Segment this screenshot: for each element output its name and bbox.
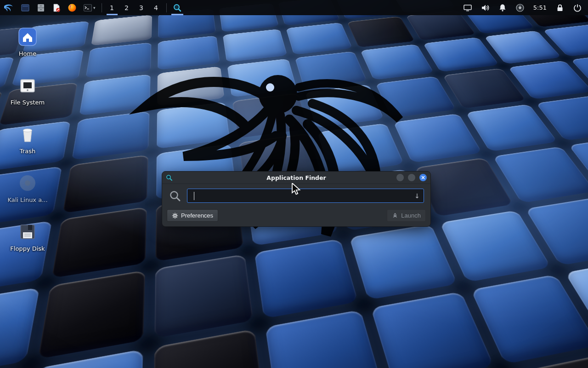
panel-separator bbox=[166, 3, 167, 12]
dialog-title: Application Finder bbox=[162, 174, 430, 181]
floppy-disk-icon bbox=[17, 221, 39, 243]
wallpaper-cube bbox=[286, 23, 352, 55]
desktop-icon-label: Kali Linux a... bbox=[7, 196, 47, 203]
clock[interactable]: 5:51 bbox=[530, 4, 550, 11]
wallpaper-cube bbox=[317, 123, 404, 175]
wallpaper-cube bbox=[72, 111, 149, 160]
preferences-button[interactable]: Preferences bbox=[167, 209, 218, 222]
search-entry: ↓ bbox=[187, 189, 424, 203]
terminal-icon bbox=[83, 3, 92, 12]
rocket-icon bbox=[392, 213, 398, 219]
wallpaper-cube bbox=[347, 17, 415, 48]
wallpaper-cube bbox=[79, 74, 151, 115]
display-tray-button[interactable] bbox=[460, 0, 475, 15]
desktop-icon-label: Floppy Disk bbox=[10, 245, 45, 252]
workspace-1-label: 1 bbox=[110, 4, 114, 12]
maximize-button[interactable] bbox=[408, 174, 415, 181]
launch-label: Launch bbox=[401, 212, 421, 219]
text-editor-button[interactable] bbox=[49, 0, 64, 15]
logout-button[interactable] bbox=[570, 0, 585, 15]
wallpaper-cube bbox=[0, 91, 2, 136]
terminal-launcher-button[interactable]: ▾ bbox=[80, 0, 99, 15]
wallpaper-cube bbox=[38, 270, 145, 359]
window-buttons: × bbox=[396, 174, 427, 181]
status-tray-button[interactable] bbox=[512, 0, 528, 15]
desktop: ▾ 1 2 3 4 bbox=[0, 0, 588, 368]
wallpaper-cube bbox=[295, 51, 367, 88]
workspace-2-label: 2 bbox=[124, 4, 129, 12]
workspace-2-button[interactable]: 2 bbox=[119, 0, 134, 15]
terminal-dropdown-chevron-icon[interactable]: ▾ bbox=[93, 6, 96, 10]
home-icon bbox=[17, 26, 39, 48]
entry-dropdown-arrow-icon[interactable]: ↓ bbox=[412, 192, 420, 200]
kali-logo-icon bbox=[3, 2, 14, 13]
lock-screen-button[interactable] bbox=[552, 0, 568, 15]
dialog-magnifier-icon bbox=[166, 174, 173, 181]
wallpaper-cube bbox=[158, 35, 220, 70]
wallpaper-cube bbox=[349, 224, 457, 300]
document-icon bbox=[52, 3, 61, 12]
dialog-button-row: Preferences Launch bbox=[162, 207, 430, 226]
wallpaper-cube bbox=[157, 66, 225, 106]
wallpaper-cube bbox=[154, 254, 254, 338]
kali-disc-icon bbox=[17, 172, 39, 194]
desktop-icon-label: Trash bbox=[20, 148, 35, 155]
status-circle-icon bbox=[515, 3, 525, 12]
wallpaper-cube bbox=[266, 310, 383, 368]
wallpaper-cube bbox=[232, 93, 308, 138]
launch-button[interactable]: Launch bbox=[387, 209, 426, 222]
volume-tray-button[interactable] bbox=[477, 0, 493, 15]
firefox-icon bbox=[68, 3, 77, 12]
taskbar-window-button[interactable] bbox=[17, 0, 33, 15]
wallpaper-cube bbox=[52, 207, 147, 278]
file-cabinet-icon bbox=[36, 3, 45, 12]
panel-separator bbox=[102, 3, 102, 12]
file-system-icon bbox=[17, 75, 39, 97]
wallpaper-cube bbox=[227, 59, 297, 98]
desktop-icon-trash[interactable]: Trash bbox=[6, 123, 50, 155]
logout-icon bbox=[573, 3, 582, 12]
close-button[interactable]: × bbox=[419, 174, 427, 181]
desktop-icon-kali-linux[interactable]: Kali Linux a... bbox=[6, 172, 50, 203]
window-icon bbox=[21, 3, 30, 12]
top-panel: ▾ 1 2 3 4 bbox=[0, 0, 588, 15]
wallpaper-cube bbox=[223, 29, 287, 62]
wallpaper-cube bbox=[393, 114, 482, 163]
lock-icon bbox=[555, 3, 565, 12]
wallpaper-cube bbox=[360, 44, 434, 80]
wallpaper-cube bbox=[470, 274, 588, 364]
magnifier-icon bbox=[173, 3, 182, 12]
bell-icon bbox=[498, 3, 507, 12]
desktop-icon-file-system[interactable]: File System bbox=[6, 75, 50, 106]
dialog-titlebar[interactable]: Application Finder × bbox=[162, 172, 430, 184]
taskbar-application-finder-button[interactable] bbox=[170, 0, 185, 15]
workspace-3-button[interactable]: 3 bbox=[134, 0, 149, 15]
desktop-icon-label: Home bbox=[19, 50, 36, 57]
workspace-4-button[interactable]: 4 bbox=[149, 0, 164, 15]
trash-icon bbox=[17, 123, 39, 145]
application-finder-dialog: Application Finder × ↓ bbox=[162, 171, 431, 227]
workspace-1-button[interactable]: 1 bbox=[105, 0, 119, 15]
preferences-label: Preferences bbox=[181, 212, 213, 219]
panel-left: ▾ 1 2 3 4 bbox=[0, 0, 185, 15]
wallpaper-cube bbox=[371, 292, 494, 368]
wallpaper-cube bbox=[157, 102, 230, 149]
workspace-3-label: 3 bbox=[139, 4, 143, 12]
firefox-button[interactable] bbox=[64, 0, 80, 15]
search-row: ↓ bbox=[162, 184, 430, 207]
wallpaper-cube bbox=[63, 155, 148, 213]
notifications-tray-button[interactable] bbox=[495, 0, 510, 15]
wallpaper-cube bbox=[21, 349, 143, 368]
minimize-button[interactable] bbox=[396, 174, 404, 181]
search-icon bbox=[169, 190, 181, 202]
applications-menu-button[interactable] bbox=[0, 0, 17, 15]
wallpaper-cube bbox=[85, 42, 151, 78]
file-manager-button[interactable] bbox=[33, 0, 49, 15]
workspace-4-label: 4 bbox=[154, 4, 158, 12]
search-input[interactable] bbox=[191, 192, 412, 199]
wallpaper-cube bbox=[91, 15, 152, 46]
desktop-icon-home[interactable]: Home bbox=[6, 26, 50, 57]
close-icon: × bbox=[421, 175, 425, 180]
desktop-icon-floppy-disk[interactable]: Floppy Disk bbox=[6, 221, 50, 252]
wallpaper-cube bbox=[0, 287, 40, 368]
